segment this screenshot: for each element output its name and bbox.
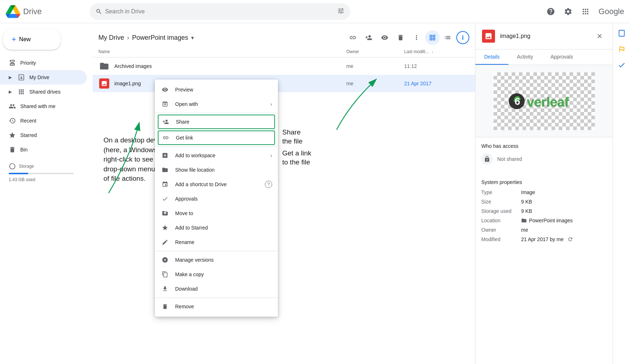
sidebar-item-priority[interactable]: Priority <box>0 56 87 70</box>
prop-size-value: 9 KB <box>521 199 532 205</box>
google-text: Google <box>599 7 624 16</box>
menu-item-rename[interactable]: Rename <box>155 235 278 249</box>
search-bar[interactable] <box>90 3 350 20</box>
bin-icon <box>9 146 16 153</box>
menu-divider-2 <box>155 146 278 147</box>
search-icon <box>96 8 102 15</box>
apps-icon[interactable] <box>578 4 593 19</box>
remove-label: Remove <box>175 304 272 309</box>
breadcrumb-parent[interactable]: My Drive <box>98 34 124 42</box>
search-tune-icon[interactable] <box>337 7 344 16</box>
file-row-1[interactable]: Archived images me 11:12 <box>93 57 475 75</box>
prop-type: Type Image <box>481 189 607 195</box>
menu-item-manage-versions[interactable]: Manage versions <box>155 253 278 267</box>
tab-approvals[interactable]: Approvals <box>542 50 582 65</box>
shared-drives-icon <box>18 88 25 95</box>
more-options-button[interactable] <box>409 30 424 45</box>
show-location-icon <box>161 166 169 174</box>
sidebar-label-my-drive: My Drive <box>29 74 49 80</box>
prop-type-value: Image <box>521 189 535 195</box>
list-view-button[interactable] <box>440 30 455 45</box>
file-modified-2: 21 Apr 2017 <box>404 81 469 86</box>
tab-activity[interactable]: Activity <box>508 50 542 65</box>
move-to-label: Move to <box>175 210 272 216</box>
storage-bar-fill <box>9 173 28 174</box>
sort-icon: ↓ <box>431 50 433 54</box>
share-menu-icon <box>161 117 170 126</box>
menu-item-show-location[interactable]: Show file location <box>155 163 278 177</box>
menu-item-make-copy[interactable]: Make a copy <box>155 267 278 282</box>
open-with-label: Open with <box>175 101 265 107</box>
menu-item-add-workspace[interactable]: Add to workspace › <box>155 148 278 163</box>
search-input[interactable] <box>105 8 334 15</box>
tab-details[interactable]: Details <box>475 50 508 65</box>
menu-item-get-link[interactable]: Get link <box>158 130 275 145</box>
far-right-check-button[interactable] <box>614 58 629 72</box>
far-right-tasks-button[interactable] <box>614 42 629 56</box>
file-list-header: Name Owner Last modifi... ↓ <box>93 46 475 57</box>
access-row: Not shared <box>481 153 607 165</box>
sidebar-item-bin[interactable]: Bin <box>0 142 87 157</box>
access-title: Who has access <box>481 143 607 149</box>
get-link-button[interactable] <box>346 30 360 45</box>
shortcut-help-icon: ? <box>265 181 272 188</box>
sidebar-item-my-drive[interactable]: ▶ My Drive <box>0 70 87 85</box>
menu-item-shortcut[interactable]: Add a shortcut to Drive ? <box>155 177 278 192</box>
logo-area: Drive <box>6 4 85 19</box>
file-owner-2: me <box>346 81 404 86</box>
expand-arrow-my-drive[interactable]: ▶ <box>9 75 12 80</box>
far-right-drive-button[interactable] <box>614 26 629 40</box>
open-with-arrow: › <box>270 101 272 107</box>
delete-button[interactable] <box>393 30 408 45</box>
my-drive-icon <box>18 74 25 81</box>
access-status: Not shared <box>497 156 522 162</box>
manage-versions-icon <box>161 256 169 264</box>
file-row-2[interactable]: image1.png me 21 Apr 2017 <box>93 75 475 92</box>
sidebar-item-recent[interactable]: Recent <box>0 114 87 128</box>
open-with-menu-icon <box>161 100 169 108</box>
sidebar-item-shared-drives[interactable]: ▶ Shared drives <box>0 85 87 99</box>
col-name-header[interactable]: Name <box>98 49 346 54</box>
access-section: Who has access Not shared <box>475 137 613 174</box>
breadcrumb-separator: › <box>127 34 129 42</box>
preview-button[interactable] <box>377 30 392 45</box>
storage-section: Storage 1.43 GB used <box>0 157 93 185</box>
menu-item-remove[interactable]: Remove <box>155 299 278 314</box>
menu-item-open-with[interactable]: Open with › <box>155 97 278 111</box>
info-button[interactable]: i <box>456 31 469 44</box>
menu-item-move-to[interactable]: Move to <box>155 206 278 220</box>
sidebar-label-recent: Recent <box>20 118 36 124</box>
sidebar-item-shared-with-me[interactable]: Shared with me <box>0 99 87 114</box>
preview-menu-icon <box>161 85 169 94</box>
menu-item-download[interactable]: Download <box>155 282 278 296</box>
menu-item-add-starred[interactable]: Add to Starred <box>155 220 278 235</box>
breadcrumb-dropdown-icon[interactable]: ▾ <box>191 34 194 41</box>
prop-location: Location PowerPoint images <box>481 218 607 223</box>
menu-divider-1 <box>155 113 278 113</box>
settings-icon[interactable] <box>561 4 575 19</box>
panel-close-button[interactable] <box>592 29 607 43</box>
help-icon[interactable] <box>544 4 558 19</box>
grid-view-button[interactable] <box>425 30 440 45</box>
col-owner-header[interactable]: Owner <box>346 49 404 54</box>
right-panel: image1.png Details Activity Approvals <box>475 23 613 364</box>
download-icon <box>161 284 169 293</box>
sidebar-label-shared-with-me: Shared with me <box>20 103 55 109</box>
menu-item-share[interactable]: Share <box>158 115 275 129</box>
make-copy-icon <box>161 270 169 279</box>
col-modified-header[interactable]: Last modifi... ↓ <box>404 49 469 54</box>
menu-item-preview[interactable]: Preview <box>155 82 278 97</box>
plus-icon: + <box>12 35 16 44</box>
sidebar-item-starred[interactable]: Starred <box>0 128 87 142</box>
expand-arrow-shared-drives[interactable]: ▶ <box>9 89 12 94</box>
share-button[interactable] <box>361 30 376 45</box>
menu-item-approvals[interactable]: Approvals <box>155 192 278 206</box>
storage-label: Storage <box>19 164 34 169</box>
menu-divider-4 <box>155 297 278 298</box>
make-copy-label: Make a copy <box>175 271 272 277</box>
file-owner-1: me <box>346 63 404 69</box>
panel-file-name: image1.png <box>500 33 588 39</box>
sidebar-label-priority: Priority <box>20 60 36 66</box>
system-properties-section: System properties Type Image Size 9 KB S… <box>475 174 613 252</box>
new-button[interactable]: + New <box>3 29 61 50</box>
